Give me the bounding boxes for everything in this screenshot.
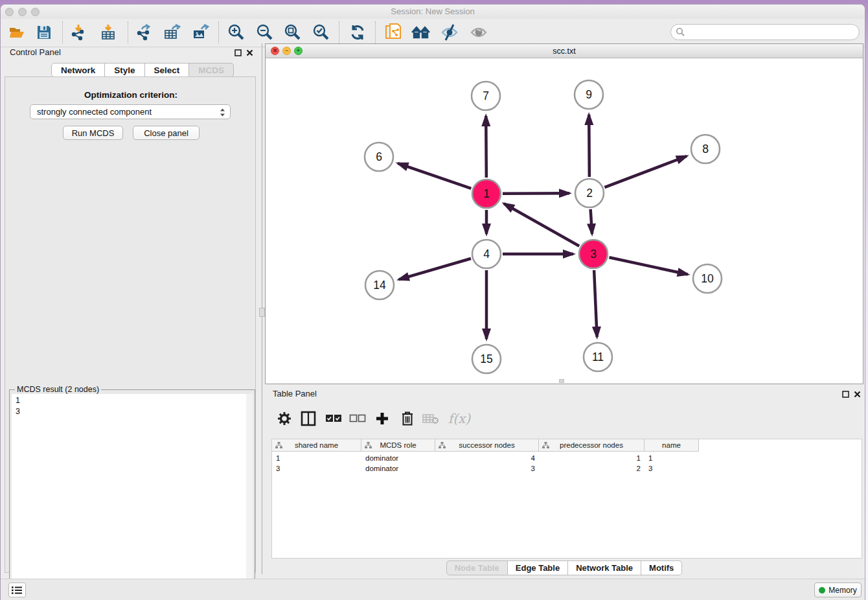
zoom-selected-icon[interactable] (311, 23, 330, 42)
cell-shared-name[interactable]: 3 (272, 463, 361, 474)
column-header-MCDS-role[interactable]: MCDS role (361, 439, 435, 452)
node-9[interactable]: 9 (575, 80, 603, 109)
svg-text:1: 1 (483, 187, 490, 200)
cell-successor-nodes[interactable]: 3 (435, 463, 539, 474)
node-10[interactable]: 10 (693, 264, 722, 293)
export-table-icon[interactable] (163, 23, 182, 42)
node-4[interactable]: 4 (472, 240, 501, 268)
edge-2-8[interactable] (604, 156, 687, 187)
tab-node-table[interactable]: Node Table (446, 560, 508, 575)
zoom-in-icon[interactable] (226, 23, 246, 42)
edge-3-1[interactable] (504, 203, 579, 246)
network-window-titlebar[interactable]: ✕ − + scc.txt (266, 44, 863, 58)
svg-text:4: 4 (483, 248, 490, 260)
table-panel-tabs: Node TableEdge TableNetwork TableMotifs (265, 560, 863, 575)
cell-MCDS-role[interactable]: dominator (361, 453, 435, 463)
criterion-dropdown[interactable]: strongly connected component (30, 104, 231, 119)
edge-2-3[interactable] (591, 209, 592, 234)
table-row[interactable]: 1dominator411 (272, 453, 699, 463)
toolbar-separator (339, 21, 339, 43)
dropdown-stepper-icon (219, 107, 226, 120)
settings-gear-icon[interactable] (275, 410, 293, 428)
tab-network[interactable]: Network (51, 63, 105, 77)
column-header-name[interactable]: name (645, 439, 699, 452)
node-2[interactable]: 2 (575, 179, 604, 207)
column-header-shared-name[interactable]: shared name (272, 439, 361, 452)
panel-splitter-handle[interactable] (259, 308, 265, 317)
node-6[interactable]: 6 (365, 143, 393, 171)
node-8[interactable]: 8 (691, 135, 720, 163)
run-mcds-button[interactable]: Run MCDS (63, 126, 123, 140)
network-canvas[interactable]: 1234678910111415 (266, 58, 863, 384)
network-resize-grip[interactable] (559, 379, 564, 383)
float-table-panel-icon[interactable] (841, 389, 850, 398)
mcds-result-scrollbar[interactable] (246, 394, 253, 600)
cell-successor-nodes[interactable]: 4 (435, 453, 539, 463)
cell-predecessor-nodes[interactable]: 2 (539, 463, 645, 474)
search-input[interactable] (670, 24, 860, 40)
cell-name[interactable]: 1 (645, 453, 699, 463)
mcds-result-text[interactable]: 1 3 (12, 394, 246, 600)
tab-network-table[interactable]: Network Table (568, 560, 641, 575)
memory-label: Memory (828, 586, 856, 595)
network-window-title: scc.txt (266, 47, 863, 56)
table-row[interactable]: 3dominator323 (272, 463, 699, 474)
show-eye-icon[interactable] (469, 23, 488, 42)
open-session-icon[interactable] (7, 23, 27, 42)
node-3[interactable]: 3 (579, 240, 608, 268)
column-header-successor-nodes[interactable]: successor nodes (435, 439, 539, 452)
tab-select[interactable]: Select (145, 63, 190, 77)
add-column-icon[interactable] (373, 410, 391, 428)
column-header-predecessor-nodes[interactable]: predecessor nodes (539, 439, 645, 452)
zoom-fit-icon[interactable] (282, 23, 302, 42)
toolbar-separator (128, 21, 128, 43)
node-11[interactable]: 11 (584, 343, 612, 371)
edge-1-2[interactable] (503, 193, 569, 194)
memory-button[interactable]: Memory (814, 583, 862, 597)
mcds-panel: Optimization criterion: strongly connect… (5, 76, 256, 573)
node-7[interactable]: 7 (472, 82, 500, 110)
cell-MCDS-role[interactable]: dominator (361, 463, 435, 474)
save-session-icon[interactable] (34, 23, 54, 42)
close-panel-button[interactable]: Close panel (133, 126, 200, 140)
float-panel-icon[interactable] (233, 48, 242, 57)
delete-column-icon[interactable] (398, 410, 417, 428)
node-1[interactable]: 1 (472, 179, 501, 208)
tab-edge-table[interactable]: Edge Table (508, 560, 568, 575)
select-all-checkbox-icon[interactable] (325, 410, 343, 428)
refresh-layout-icon[interactable] (348, 23, 367, 42)
export-image-icon[interactable] (191, 23, 211, 42)
mcds-result-title: MCDS result (2 nodes) (15, 385, 101, 394)
cell-name[interactable]: 3 (645, 463, 699, 474)
tab-mcds[interactable]: MCDS (189, 63, 234, 77)
tab-style[interactable]: Style (105, 63, 144, 77)
function-builder-icon[interactable]: f(x) (446, 410, 472, 428)
home-icon[interactable] (411, 23, 431, 42)
edge-3-11[interactable] (594, 270, 597, 337)
node-table: shared nameMCDS rolesuccessor nodesprede… (271, 439, 862, 559)
deselect-all-checkbox-icon[interactable] (348, 410, 367, 428)
cell-predecessor-nodes[interactable]: 1 (539, 453, 645, 463)
node-15[interactable]: 15 (472, 345, 501, 373)
export-network-icon[interactable] (134, 23, 154, 42)
delete-table-icon[interactable] (422, 410, 440, 428)
tab-motifs[interactable]: Motifs (641, 560, 682, 575)
svg-text:8: 8 (702, 143, 709, 156)
close-panel-icon[interactable] (245, 48, 254, 57)
hide-eye-icon[interactable] (440, 23, 459, 42)
edge-1-7[interactable] (486, 116, 486, 178)
edge-2-9[interactable] (589, 115, 589, 177)
column-layout-icon[interactable] (299, 410, 317, 428)
copy-network-icon[interactable] (384, 23, 404, 42)
zoom-out-icon[interactable] (255, 23, 274, 42)
import-network-icon[interactable] (69, 23, 88, 42)
edge-4-14[interactable] (399, 259, 471, 279)
close-table-panel-icon[interactable] (852, 389, 862, 398)
edge-3-10[interactable] (609, 257, 687, 274)
control-panel-title: Control Panel (10, 47, 61, 57)
import-table-icon[interactable] (98, 23, 118, 42)
cell-shared-name[interactable]: 1 (272, 453, 361, 463)
task-history-button[interactable] (8, 583, 26, 597)
node-14[interactable]: 14 (365, 271, 394, 299)
edge-1-6[interactable] (398, 163, 471, 189)
